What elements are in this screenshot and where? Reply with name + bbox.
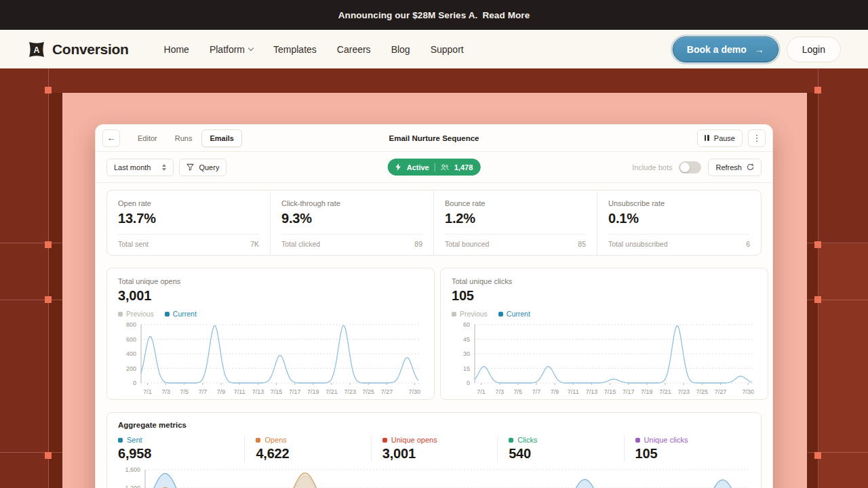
refresh-button[interactable]: Refresh — [708, 159, 762, 176]
svg-text:7/11: 7/11 — [568, 388, 579, 395]
stat-opens: Opens 4,622 — [244, 436, 370, 462]
legend-swatch — [256, 438, 260, 443]
decor-right-block — [818, 244, 868, 488]
decor-grid-line — [818, 68, 818, 488]
metric-click-through-rate: Click-through rate 9.3% Total clicked89 — [271, 190, 434, 255]
svg-text:7/21: 7/21 — [326, 388, 338, 395]
date-range-select[interactable]: Last month — [106, 159, 174, 176]
legend-swatch — [509, 438, 513, 443]
badge-divider — [435, 163, 435, 171]
dashboard-header: ← Editor Runs Emails Email Nurture Seque… — [96, 125, 772, 152]
nav-item-careers[interactable]: Careers — [337, 44, 371, 55]
svg-text:200: 200 — [126, 365, 136, 372]
nav-item-templates[interactable]: Templates — [273, 44, 317, 55]
svg-text:1,200: 1,200 — [125, 485, 140, 488]
header-actions: Pause ⋮ — [697, 129, 766, 147]
query-button[interactable]: Query — [179, 159, 226, 176]
svg-text:7/25: 7/25 — [696, 388, 709, 395]
dashboard-tabs: Editor Runs Emails — [130, 129, 242, 147]
include-bots-toggle[interactable] — [679, 161, 701, 174]
svg-text:45: 45 — [463, 336, 470, 343]
brand-logo[interactable]: A Conversion — [27, 40, 129, 59]
svg-text:7/17: 7/17 — [289, 388, 301, 395]
bolt-icon — [395, 163, 401, 171]
stat-unique-opens: Unique opens 3,001 — [371, 436, 497, 462]
hero-section: ← Editor Runs Emails Email Nurture Seque… — [0, 68, 868, 488]
decor-grid-line — [0, 243, 62, 243]
legend-current[interactable]: Current — [165, 310, 197, 318]
tab-runs[interactable]: Runs — [167, 129, 201, 147]
svg-text:A: A — [34, 45, 40, 55]
nav-item-blog[interactable]: Blog — [391, 44, 410, 55]
svg-text:7/13: 7/13 — [252, 388, 264, 395]
svg-text:600: 600 — [126, 336, 136, 343]
select-stepper-icon — [162, 164, 166, 171]
dashboard-screenshot-card: ← Editor Runs Emails Email Nurture Seque… — [95, 124, 773, 488]
metric-open-rate: Open rate 13.7% Total sent7K — [107, 190, 271, 255]
svg-text:7/13: 7/13 — [586, 388, 598, 395]
arrow-right-icon: → — [755, 44, 764, 55]
svg-text:60: 60 — [463, 321, 470, 328]
tab-editor[interactable]: Editor — [130, 129, 165, 147]
svg-text:7/5: 7/5 — [180, 388, 189, 395]
tab-emails[interactable]: Emails — [201, 129, 241, 147]
svg-text:7/25: 7/25 — [363, 388, 375, 395]
nav-links: Home Platform Templates Careers Blog Sup… — [164, 44, 464, 55]
stat-unique-clicks: Unique clicks 105 — [624, 436, 750, 462]
stat-sent: Sent 6,958 — [118, 436, 244, 462]
book-a-demo-button[interactable]: Book a demo→ — [673, 37, 778, 62]
page-title: Email Nurture Sequence — [389, 134, 479, 142]
pause-button[interactable]: Pause — [697, 129, 743, 147]
svg-text:7/7: 7/7 — [199, 388, 208, 395]
svg-text:7/5: 7/5 — [514, 388, 523, 395]
svg-text:7/27: 7/27 — [715, 388, 727, 395]
svg-text:0: 0 — [467, 380, 470, 386]
include-bots-label: Include bots — [632, 163, 672, 171]
decor-top-band — [0, 68, 868, 93]
legend-previous[interactable]: Previous — [118, 310, 154, 318]
login-button[interactable]: Login — [787, 37, 841, 62]
svg-text:7/11: 7/11 — [234, 388, 245, 395]
unique-opens-line-chart: 02004006008007/17/37/57/77/97/117/137/15… — [118, 319, 423, 395]
announcement-read-more-link[interactable]: Read More — [482, 10, 530, 20]
decor-grid-marker — [814, 87, 821, 94]
legend-swatch — [635, 438, 640, 443]
svg-text:7/23: 7/23 — [677, 388, 690, 395]
active-status-badge[interactable]: Active 1,478 — [388, 159, 481, 176]
legend-swatch — [118, 312, 123, 317]
svg-text:7/21: 7/21 — [659, 388, 671, 395]
svg-text:7/19: 7/19 — [307, 388, 319, 395]
svg-text:0: 0 — [133, 380, 136, 386]
decor-grid-line — [48, 68, 49, 488]
brand-name: Conversion — [52, 41, 129, 58]
legend-swatch — [452, 312, 456, 317]
svg-text:7/3: 7/3 — [161, 388, 170, 395]
decor-grid-marker — [814, 296, 821, 303]
nav-item-platform[interactable]: Platform — [210, 44, 253, 55]
aggregate-stats: Sent 6,958 Opens 4,622 Unique opens 3,00… — [118, 436, 750, 462]
svg-text:7/15: 7/15 — [604, 388, 616, 395]
aggregate-area-chart: 04008001,2001,6007/17/37/57/77/97/117/13… — [118, 466, 753, 488]
back-button[interactable]: ← — [102, 129, 120, 147]
metric-bounce-rate: Bounce rate 1.2% Total bounced85 — [434, 190, 597, 255]
chart-legend: Previous Current — [118, 310, 423, 318]
unique-clicks-line-chart: 0153045607/17/37/57/77/97/117/137/157/17… — [452, 319, 757, 395]
chart-legend: Previous Current — [452, 310, 757, 318]
chevron-down-icon — [248, 45, 254, 51]
svg-text:7/7: 7/7 — [532, 388, 541, 395]
more-menu-button[interactable]: ⋮ — [748, 129, 766, 147]
legend-previous[interactable]: Previous — [452, 310, 488, 318]
aggregate-metrics-card: Aggregate metrics Sent 6,958 Opens 4,622… — [106, 412, 762, 488]
svg-text:7/17: 7/17 — [623, 388, 635, 395]
legend-current[interactable]: Current — [498, 310, 530, 318]
refresh-icon — [747, 163, 754, 171]
svg-text:800: 800 — [126, 321, 136, 328]
svg-text:7/19: 7/19 — [641, 388, 653, 395]
decor-grid-marker — [814, 452, 821, 459]
nav-item-home[interactable]: Home — [164, 44, 189, 55]
nav-item-support[interactable]: Support — [431, 44, 464, 55]
toggle-knob — [680, 163, 690, 172]
svg-text:15: 15 — [463, 365, 470, 372]
kpi-metric-strip: Open rate 13.7% Total sent7K Click-throu… — [106, 190, 762, 256]
svg-text:7/1: 7/1 — [143, 388, 152, 395]
